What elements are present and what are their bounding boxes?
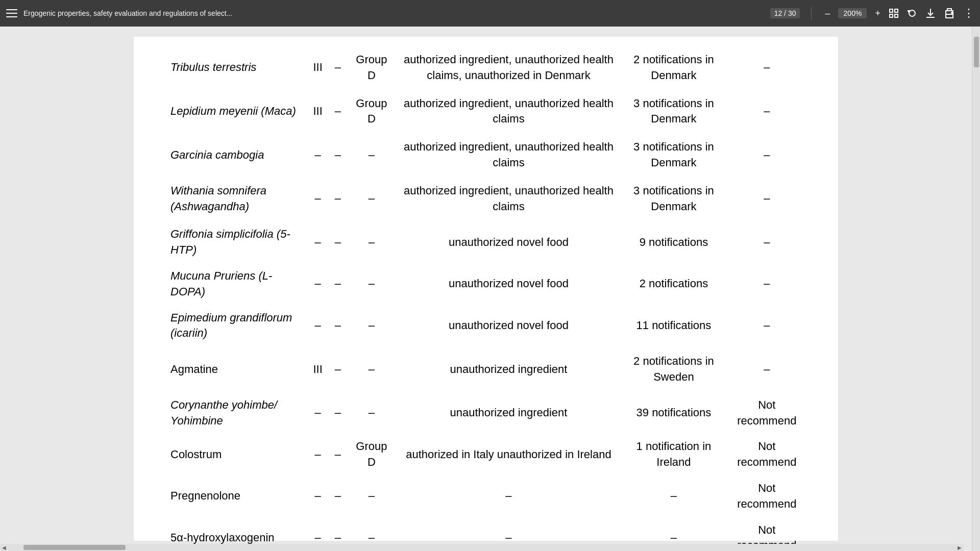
vertical-scrollbar[interactable] (972, 27, 980, 551)
svg-rect-1 (895, 9, 898, 12)
page-separator: / (782, 9, 788, 17)
cell-col5: unauthorized novel food (396, 263, 622, 305)
cell-col5: unauthorized novel food (396, 305, 622, 347)
scroll-left-arrow[interactable]: ◀ (0, 545, 8, 550)
table-row: Griffonia simplicifolia (5-HTP)–––unauth… (164, 221, 807, 263)
cell-col2: III (307, 348, 328, 390)
cell-col6: 2 notifications in Sweden (621, 348, 726, 390)
zoom-display[interactable] (838, 8, 867, 18)
cell-col4: – (347, 134, 396, 176)
cell-col7: – (726, 178, 807, 220)
cell-col4: – (347, 392, 396, 434)
cell-col2: III (307, 47, 328, 89)
content-area: Tribulus terrestrisIII–Group Dauthorized… (0, 27, 980, 551)
cell-col7: Not recommend (726, 475, 807, 517)
table-row: Mucuna Pruriens (L-DOPA)–––unauthorized … (164, 263, 807, 305)
table-row: Corynanthe yohimbe/ Yohimbine–––unauthor… (164, 392, 807, 434)
cell-col7: – (726, 91, 807, 133)
scrollbar-thumb-vertical[interactable] (974, 37, 979, 67)
svg-point-9 (951, 12, 952, 13)
cell-col7: – (726, 47, 807, 89)
cell-col6: – (621, 475, 726, 517)
cell-col6: 3 notifications in Denmark (621, 91, 726, 133)
cell-col7: – (726, 221, 807, 263)
cell-col5: unauthorized ingredient (396, 392, 622, 434)
cell-col2: – (307, 434, 328, 475)
table-row: Garcinia cambogia–––authorized ingredien… (164, 134, 807, 176)
cell-col6: 11 notifications (621, 305, 726, 347)
zoom-in-button[interactable]: + (873, 8, 883, 19)
cell-name: Lepidium meyenii (Maca) (164, 91, 307, 133)
toolbar: Ergogenic properties, safety evaluation … (0, 0, 980, 27)
svg-rect-3 (895, 14, 898, 17)
pdf-viewer: Tribulus terrestrisIII–Group Dauthorized… (0, 27, 972, 551)
cell-name: Mucuna Pruriens (L-DOPA) (164, 263, 307, 305)
cell-col3: – (329, 134, 347, 176)
more-options-button[interactable]: ⋮ (963, 7, 974, 20)
scroll-right-arrow[interactable]: ▶ (955, 545, 964, 550)
horizontal-scrollbar[interactable]: ◀ ▶ (0, 544, 964, 551)
cell-col5: unauthorized novel food (396, 221, 622, 263)
cell-name: Griffonia simplicifolia (5-HTP) (164, 221, 307, 263)
zoom-out-button[interactable]: – (823, 8, 832, 19)
cell-col4: Group D (347, 434, 396, 475)
cell-col3: – (329, 91, 347, 133)
svg-rect-8 (947, 9, 951, 11)
page-navigation: 12 / 30 (770, 8, 800, 18)
cell-col3: – (329, 263, 347, 305)
cell-col7: Not recommend (726, 392, 807, 434)
cell-col4: – (347, 475, 396, 517)
fit-page-button[interactable] (889, 8, 899, 18)
document-title: Ergogenic properties, safety evaluation … (23, 9, 764, 17)
cell-col3: – (329, 221, 347, 263)
divider-1 (811, 7, 812, 19)
cell-col5: authorized ingredient, unauthorized heal… (396, 178, 622, 220)
table-row: Withania somnifera (Ashwagandha)–––autho… (164, 178, 807, 220)
cell-name: Pregnenolone (164, 475, 307, 517)
cell-col6: 2 notifications (621, 263, 726, 305)
cell-col4: – (347, 305, 396, 347)
cell-col4: – (347, 221, 396, 263)
cell-col2: – (307, 475, 328, 517)
cell-col7: – (726, 263, 807, 305)
cell-name: Colostrum (164, 434, 307, 475)
svg-rect-7 (946, 14, 953, 18)
toolbar-right: ⋮ (889, 7, 974, 20)
cell-col5: – (396, 475, 622, 517)
cell-col6: 39 notifications (621, 392, 726, 434)
cell-name: Epimedium grandiflorum (icariin) (164, 305, 307, 347)
cell-col4: – (347, 263, 396, 305)
table-row: Epimedium grandiflorum (icariin)–––unaut… (164, 305, 807, 347)
scrollbar-thumb-horizontal[interactable] (23, 545, 126, 550)
cell-col5: authorized ingredient, unauthorized heal… (396, 47, 622, 89)
cell-col6: 1 notification in Ireland (621, 434, 726, 475)
cell-col5: authorized in Italy unauthorized in Irel… (396, 434, 622, 475)
page-current[interactable]: 12 (774, 9, 782, 17)
cell-col3: – (329, 434, 347, 475)
cell-col3: – (329, 475, 347, 517)
cell-col4: Group D (347, 91, 396, 133)
cell-col6: 3 notifications in Denmark (621, 134, 726, 176)
table-row: Pregnenolone–––––Not recommend (164, 475, 807, 517)
cell-col2: – (307, 134, 328, 176)
cell-col3: – (329, 348, 347, 390)
cell-name: Withania somnifera (Ashwagandha) (164, 178, 307, 220)
cell-name: Garcinia cambogia (164, 134, 307, 176)
svg-marker-4 (908, 11, 910, 13)
cell-col7: Not recommend (726, 434, 807, 475)
cell-col2: – (307, 392, 328, 434)
cell-name: Agmatine (164, 348, 307, 390)
cell-name: Tribulus terrestris (164, 47, 307, 89)
cell-col5: authorized ingredient, unauthorized heal… (396, 134, 622, 176)
cell-col3: – (329, 47, 347, 89)
rotate-button[interactable] (907, 8, 917, 18)
download-button[interactable] (925, 8, 936, 19)
cell-col5: authorized ingredient, unauthorized heal… (396, 91, 622, 133)
print-button[interactable] (944, 8, 955, 18)
cell-col3: – (329, 178, 347, 220)
cell-col7: – (726, 134, 807, 176)
table-row: Tribulus terrestrisIII–Group Dauthorized… (164, 47, 807, 89)
cell-col2: – (307, 221, 328, 263)
cell-name: Corynanthe yohimbe/ Yohimbine (164, 392, 307, 434)
menu-icon[interactable] (6, 9, 17, 17)
